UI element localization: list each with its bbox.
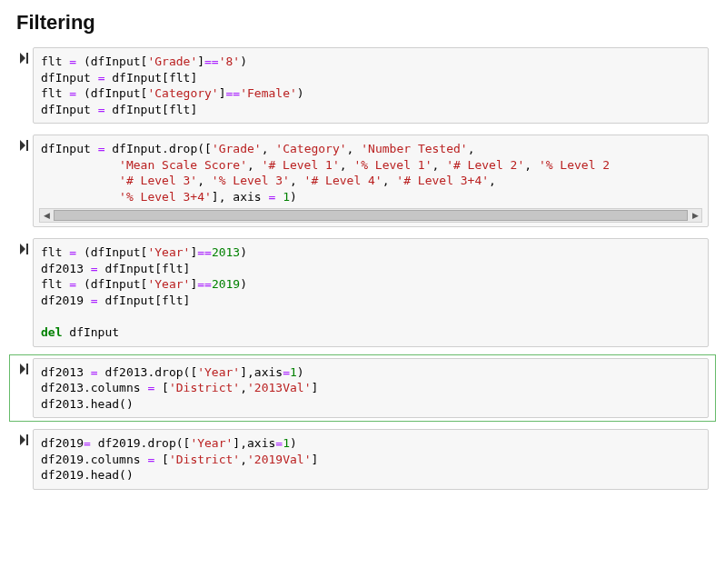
notebook: Filtering flt = (dfInput['Grade']=='8') … xyxy=(0,0,725,519)
run-icon xyxy=(20,140,29,151)
scroll-right-button[interactable]: ▶ xyxy=(689,210,701,221)
section-heading: Filtering xyxy=(16,11,709,35)
code-block[interactable]: df2019= df2019.drop(['Year'],axis=1) df2… xyxy=(41,435,700,483)
run-cell-button[interactable] xyxy=(16,238,33,254)
horizontal-scrollbar[interactable]: ◀▶ xyxy=(39,208,702,223)
run-icon xyxy=(20,364,29,374)
code-block[interactable]: df2013 = df2013.drop(['Year'],axis=1) df… xyxy=(41,364,700,413)
code-cell[interactable]: flt = (dfInput['Grade']=='8') dfInput = … xyxy=(16,47,709,124)
cell-input-area[interactable]: df2013 = df2013.drop(['Year'],axis=1) df… xyxy=(33,358,709,419)
cell-input-area[interactable]: flt = (dfInput['Year']==2013) df2013 = d… xyxy=(33,238,709,346)
cells-container: flt = (dfInput['Grade']=='8') dfInput = … xyxy=(16,47,709,490)
code-cell[interactable]: dfInput = dfInput.drop(['Grade', 'Catego… xyxy=(16,135,709,227)
run-cell-button[interactable] xyxy=(16,135,33,151)
code-cell[interactable]: flt = (dfInput['Year']==2013) df2013 = d… xyxy=(16,238,709,346)
cell-input-area[interactable]: df2019= df2019.drop(['Year'],axis=1) df2… xyxy=(33,429,709,490)
code-block[interactable]: flt = (dfInput['Year']==2013) df2013 = d… xyxy=(41,244,700,340)
svg-rect-3 xyxy=(26,364,28,374)
run-cell-button[interactable] xyxy=(16,47,33,64)
code-cell[interactable]: df2019= df2019.drop(['Year'],axis=1) df2… xyxy=(16,429,709,490)
scroll-left-button[interactable]: ◀ xyxy=(40,210,53,221)
svg-rect-0 xyxy=(26,53,28,64)
run-icon xyxy=(20,434,29,445)
svg-rect-2 xyxy=(26,244,28,254)
cell-input-area[interactable]: flt = (dfInput['Grade']=='8') dfInput = … xyxy=(33,47,709,124)
run-cell-button[interactable] xyxy=(16,358,33,374)
code-cell[interactable]: df2013 = df2013.drop(['Year'],axis=1) df… xyxy=(16,358,709,419)
scroll-thumb[interactable] xyxy=(54,210,688,221)
svg-rect-4 xyxy=(26,434,28,445)
cell-input-area[interactable]: dfInput = dfInput.drop(['Grade', 'Catego… xyxy=(33,135,709,227)
code-block[interactable]: flt = (dfInput['Grade']=='8') dfInput = … xyxy=(41,54,700,117)
run-icon xyxy=(20,53,29,64)
svg-rect-1 xyxy=(26,140,28,151)
run-cell-button[interactable] xyxy=(16,429,33,445)
run-icon xyxy=(20,244,29,254)
